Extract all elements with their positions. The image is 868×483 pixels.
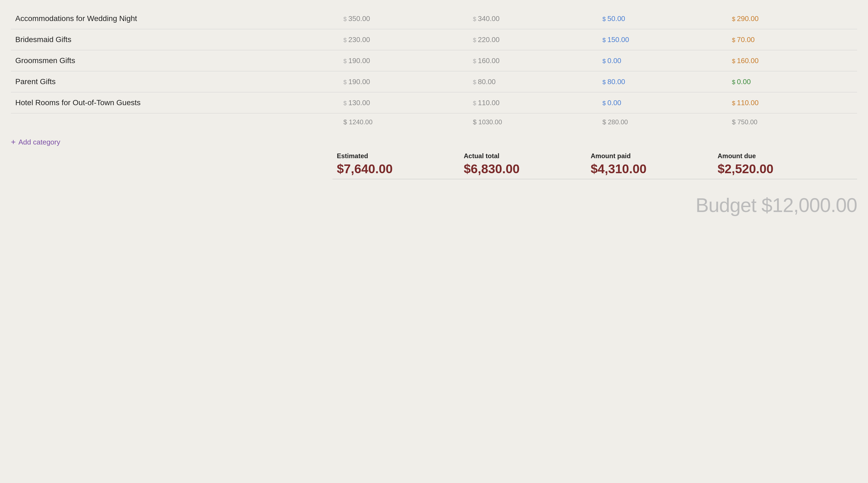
dollar-icon: $ <box>732 100 735 107</box>
row-name: Parent Gifts <box>11 71 339 92</box>
dollar-icon: $ <box>732 16 735 22</box>
row-paid: $150.00 <box>598 29 727 50</box>
due-label: Amount due <box>718 152 836 160</box>
dollar-icon: $ <box>732 79 735 86</box>
row-estimated: $230.00 <box>339 29 468 50</box>
dollar-icon: $ <box>473 79 476 86</box>
dollar-icon: $ <box>343 79 347 86</box>
dollar-icon: $ <box>602 37 606 44</box>
due-value: $2,520.00 <box>718 162 836 176</box>
row-name: Accommodations for Wedding Night <box>11 8 339 29</box>
budget-total-section: Budget $12,000.00 <box>695 191 857 216</box>
table-row: Hotel Rooms for Out-of-Town Guests $130.… <box>11 92 857 113</box>
paid-label: Amount paid <box>591 152 709 160</box>
row-estimated: $190.00 <box>339 71 468 92</box>
subtotal-estimated: $ 1240.00 <box>339 113 468 131</box>
table-row: Accommodations for Wedding Night $350.00… <box>11 8 857 29</box>
row-actual: $110.00 <box>469 92 598 113</box>
add-category-label: Add category <box>19 138 60 146</box>
row-paid: $0.00 <box>598 92 727 113</box>
row-due: $160.00 <box>727 50 857 71</box>
row-paid: $0.00 <box>598 50 727 71</box>
dollar-icon: $ <box>732 58 735 64</box>
table-row: Groomsmen Gifts $190.00 $160.00 $0.00 $1… <box>11 50 857 71</box>
row-estimated: $190.00 <box>339 50 468 71</box>
row-actual: $340.00 <box>469 8 598 29</box>
row-actual: $160.00 <box>469 50 598 71</box>
subtotals-empty <box>11 113 339 131</box>
row-estimated: $130.00 <box>339 92 468 113</box>
dollar-icon: $ <box>602 16 606 22</box>
dollar-icon: $ <box>473 16 476 22</box>
table-row: Bridesmaid Gifts $230.00 $220.00 $150.00… <box>11 29 857 50</box>
budget-total: Budget $12,000.00 <box>695 194 857 216</box>
table-row: Parent Gifts $190.00 $80.00 $80.00 $0.00 <box>11 71 857 92</box>
subtotal-paid: $ 280.00 <box>598 113 727 131</box>
row-name: Groomsmen Gifts <box>11 50 339 71</box>
dollar-icon: $ <box>473 100 476 107</box>
budget-table: Accommodations for Wedding Night $350.00… <box>11 8 857 131</box>
dollar-icon: $ <box>602 100 606 107</box>
dollar-icon: $ <box>602 58 606 64</box>
subtotal-actual: $ 1030.00 <box>469 113 598 131</box>
plus-icon: + <box>11 137 16 147</box>
row-paid: $50.00 <box>598 8 727 29</box>
row-actual: $220.00 <box>469 29 598 50</box>
dollar-icon: $ <box>343 58 347 64</box>
dollar-icon: $ <box>732 37 735 44</box>
dollar-icon: $ <box>473 37 476 44</box>
row-due: $70.00 <box>727 29 857 50</box>
dollar-icon: $ <box>343 37 347 44</box>
dollar-icon: $ <box>473 58 476 64</box>
subtotals-row: $ 1240.00 $ 1030.00 $ 280.00 $ 750.00 <box>11 113 857 131</box>
estimated-value: $7,640.00 <box>337 162 455 176</box>
summary-labels-row: Estimated $7,640.00 Actual total $6,830.… <box>11 152 857 176</box>
add-category-button[interactable]: + Add category <box>11 131 857 149</box>
paid-value: $4,310.00 <box>591 162 709 176</box>
row-due: $110.00 <box>727 92 857 113</box>
actual-label: Actual total <box>464 152 582 160</box>
row-estimated: $350.00 <box>339 8 468 29</box>
row-due: $0.00 <box>727 71 857 92</box>
row-due: $290.00 <box>727 8 857 29</box>
row-name: Bridesmaid Gifts <box>11 29 339 50</box>
estimated-label: Estimated <box>337 152 455 160</box>
row-paid: $80.00 <box>598 71 727 92</box>
subtotal-due: $ 750.00 <box>727 113 857 131</box>
dollar-icon: $ <box>343 100 347 107</box>
summary-section: Estimated $7,640.00 Actual total $6,830.… <box>11 152 857 216</box>
dollar-icon: $ <box>602 79 606 86</box>
row-actual: $80.00 <box>469 71 598 92</box>
actual-value: $6,830.00 <box>464 162 582 176</box>
dollar-icon: $ <box>343 16 347 22</box>
row-name: Hotel Rooms for Out-of-Town Guests <box>11 92 339 113</box>
